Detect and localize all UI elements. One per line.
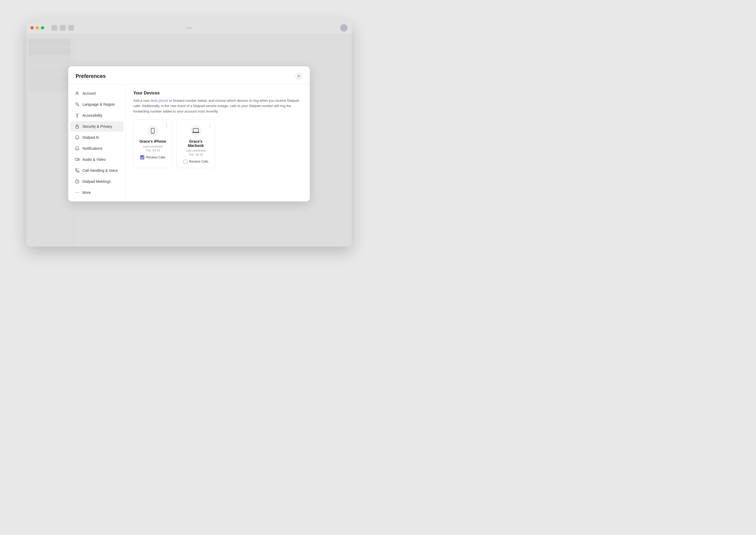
app-window: ●●● Preferences × bbox=[26, 21, 352, 246]
sidebar-item-language-region[interactable]: Language & Region bbox=[70, 99, 124, 110]
meetings-icon bbox=[75, 179, 80, 184]
iphone-receive-calls-row: Receive Calls bbox=[140, 155, 165, 159]
device-iphone-name: Grace's iPhone bbox=[139, 139, 166, 143]
macbook-last-connected-date: Tue, Jul 19 bbox=[189, 153, 203, 156]
svg-rect-4 bbox=[76, 158, 78, 160]
iphone-last-connected-date: Tue, Jul 19 bbox=[146, 149, 160, 152]
svg-point-3 bbox=[76, 136, 79, 139]
language-icon bbox=[75, 102, 80, 107]
sidebar-item-dialpad-ai-label: Dialpad Ai bbox=[82, 135, 99, 140]
device-card-macbook: ⋮ Grace's Macbook Last connected Tue, bbox=[176, 120, 215, 168]
device-card-iphone: ⋮ Grace's iPhone Last connected Tue, bbox=[133, 120, 172, 168]
lock-icon bbox=[75, 124, 80, 129]
device-iphone-icon-wrap bbox=[147, 125, 159, 137]
modal-overlay: Preferences × Account bbox=[26, 21, 352, 246]
phone-call-icon bbox=[75, 168, 80, 173]
iphone-receive-calls-label: Receive Calls bbox=[146, 155, 165, 159]
sidebar-item-account[interactable]: Account bbox=[70, 88, 124, 99]
device-macbook-last-connected: Last connected Tue, Jul 19 bbox=[186, 149, 206, 157]
accessibility-icon bbox=[75, 113, 80, 118]
section-title: Your Devices bbox=[133, 91, 302, 96]
macbook-last-connected-label: Last connected bbox=[186, 149, 206, 152]
device-iphone-last-connected: Last connected Tue, Jul 19 bbox=[143, 145, 163, 153]
desk-phone-link[interactable]: desk phone bbox=[150, 99, 168, 102]
device-macbook-name: Grace's Macbook bbox=[181, 139, 211, 148]
svg-rect-11 bbox=[193, 128, 198, 132]
macbook-receive-calls-checkbox[interactable] bbox=[183, 159, 187, 164]
svg-point-7 bbox=[77, 192, 77, 192]
device-macbook-icon-wrap bbox=[190, 125, 201, 137]
iphone-last-connected-label: Last connected bbox=[143, 145, 163, 148]
macbook-receive-calls-row: Receive Calls bbox=[183, 159, 208, 164]
ellipsis-icon bbox=[75, 190, 80, 195]
section-description: Add a new desk phone or forward number b… bbox=[133, 98, 302, 114]
devices-grid: ⋮ Grace's iPhone Last connected Tue, bbox=[133, 120, 302, 168]
modal-body: Account Language & Region bbox=[68, 84, 310, 201]
modal-main-content: Your Devices Add a new desk phone or for… bbox=[126, 84, 310, 201]
video-icon bbox=[75, 157, 80, 162]
iphone-icon bbox=[150, 128, 156, 134]
macbook-receive-calls-label: Receive Calls bbox=[189, 160, 208, 163]
svg-point-0 bbox=[76, 92, 78, 93]
svg-point-8 bbox=[78, 192, 79, 192]
modal-header: Preferences × bbox=[68, 66, 310, 84]
sidebar-item-accessibility[interactable]: Accessibility bbox=[70, 110, 124, 121]
sidebar-item-audio-video-label: Audio & Video bbox=[82, 157, 106, 161]
laptop-icon bbox=[193, 128, 199, 134]
sidebar-item-notifications[interactable]: Notifications bbox=[70, 143, 124, 154]
bell-icon bbox=[75, 146, 80, 151]
iphone-receive-calls-checkbox[interactable] bbox=[140, 155, 144, 159]
device-macbook-menu-button[interactable]: ⋮ bbox=[207, 122, 213, 128]
sidebar-item-call-handling-label: Call Handling & Voice bbox=[82, 168, 118, 173]
sidebar-item-security-label: Security & Privacy bbox=[82, 124, 112, 128]
sidebar-item-dialpad-meetings-label: Dialpad Meetings bbox=[82, 180, 111, 183]
sidebar-item-more-label: More bbox=[82, 190, 91, 195]
preferences-modal: Preferences × Account bbox=[68, 66, 310, 201]
sidebar-item-account-label: Account bbox=[82, 91, 96, 96]
sidebar-item-audio-video[interactable]: Audio & Video bbox=[70, 154, 124, 165]
sidebar-item-more[interactable]: More bbox=[70, 187, 124, 198]
sidebar-item-language-label: Language & Region bbox=[82, 102, 115, 106]
sidebar-item-dialpad-ai[interactable]: Dialpad Ai bbox=[70, 132, 124, 143]
svg-point-6 bbox=[76, 192, 76, 192]
svg-point-1 bbox=[77, 113, 77, 114]
sidebar-item-notifications-label: Notifications bbox=[82, 146, 103, 151]
desc-text-before-link: Add a new bbox=[133, 99, 150, 102]
sidebar-item-security-privacy[interactable]: Security & Privacy bbox=[70, 121, 124, 132]
sidebar-item-dialpad-meetings[interactable]: Dialpad Meetings bbox=[70, 176, 124, 187]
ai-icon bbox=[75, 135, 80, 140]
device-iphone-menu-button[interactable]: ⋮ bbox=[164, 122, 170, 128]
modal-sidebar: Account Language & Region bbox=[68, 84, 126, 201]
svg-rect-2 bbox=[76, 126, 79, 128]
modal-title: Preferences bbox=[76, 73, 106, 79]
close-modal-button[interactable]: × bbox=[295, 73, 302, 80]
person-icon bbox=[75, 91, 80, 96]
sidebar-item-call-handling[interactable]: Call Handling & Voice bbox=[70, 165, 124, 176]
sidebar-item-accessibility-label: Accessibility bbox=[82, 113, 103, 118]
